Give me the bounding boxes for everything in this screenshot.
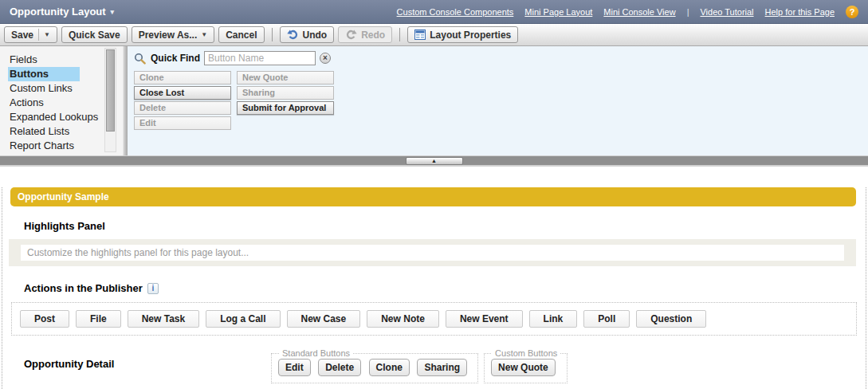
publisher-action-new-note[interactable]: New Note: [367, 310, 439, 328]
preview-as-label: Preview As...: [139, 29, 198, 41]
standard-buttons-legend: Standard Buttons: [279, 348, 353, 358]
palette-item-delete: Delete: [134, 101, 231, 115]
undo-label: Undo: [303, 29, 328, 41]
highlights-panel-placeholder[interactable]: Customize the highlights panel for this …: [21, 245, 844, 261]
publisher-action-link[interactable]: Link: [529, 310, 578, 328]
collapse-handle[interactable]: ▲: [406, 157, 463, 165]
sidebar-scrollbar[interactable]: [104, 48, 116, 152]
toolbar-divider: [272, 28, 273, 41]
section-header-opportunity-sample: Opportunity Sample: [10, 187, 856, 206]
category-sidebar: Fields Buttons Custom Links Actions Expa…: [0, 46, 123, 155]
link-video-tutorial[interactable]: Video Tutorial: [700, 7, 753, 17]
quick-find-label: Quick Find: [151, 53, 200, 64]
detail-button-delete[interactable]: Delete: [318, 359, 361, 376]
undo-button[interactable]: Undo: [280, 26, 335, 43]
save-button[interactable]: Save ▼: [4, 26, 57, 43]
page-title: Opportunity Layout: [10, 6, 106, 18]
layout-canvas: Opportunity Sample Highlights Panel Cust…: [2, 187, 866, 389]
palette-item-edit: Edit: [134, 116, 231, 130]
publisher-heading-row: Actions in the Publisher i: [24, 282, 866, 294]
detail-button-clone[interactable]: Clone: [369, 359, 410, 376]
publisher-action-question[interactable]: Question: [636, 310, 706, 328]
link-mini-console-view[interactable]: Mini Console View: [603, 7, 675, 17]
links-separator: |: [687, 7, 689, 17]
layout-properties-label: Layout Properties: [430, 29, 511, 41]
toolbar-divider: [399, 28, 400, 41]
link-mini-page-layout[interactable]: Mini Page Layout: [524, 7, 592, 17]
palette-grid: Clone New Quote Close Lost Sharing Delet…: [134, 71, 868, 130]
info-icon[interactable]: i: [147, 283, 159, 294]
collapse-up-icon: ▲: [431, 158, 437, 163]
save-label: Save: [11, 29, 33, 41]
detail-button-sharing[interactable]: Sharing: [417, 359, 467, 376]
help-icon[interactable]: ?: [846, 6, 858, 18]
quick-find-bar: Quick Find ×: [134, 51, 868, 65]
link-custom-console-components[interactable]: Custom Console Components: [397, 7, 514, 17]
highlights-panel-heading: Highlights Panel: [24, 220, 866, 232]
cancel-button[interactable]: Cancel: [218, 26, 264, 43]
publisher-action-new-event[interactable]: New Event: [446, 310, 523, 328]
publisher-action-post[interactable]: Post: [20, 310, 69, 328]
section-title: Opportunity Sample: [18, 191, 109, 202]
quick-save-button[interactable]: Quick Save: [61, 26, 128, 43]
palette-item-close-lost[interactable]: Close Lost: [134, 86, 231, 100]
publisher-action-new-task[interactable]: New Task: [128, 310, 199, 328]
cancel-label: Cancel: [226, 29, 257, 41]
publisher-action-file[interactable]: File: [76, 310, 121, 328]
layout-properties-icon: [414, 29, 426, 40]
toolbar: Save ▼ Quick Save Preview As... ▼ Cancel…: [0, 24, 868, 46]
custom-buttons-legend: Custom Buttons: [492, 348, 560, 358]
palette-item-submit-for-approval[interactable]: Submit for Approval: [237, 101, 334, 115]
palette-item-clone: Clone: [134, 71, 231, 84]
title-bar: Opportunity Layout ▾ Custom Console Comp…: [0, 0, 868, 24]
chevron-down-icon: ▾: [111, 8, 115, 16]
button-palette: Quick Find × Clone New Quote Close Lost …: [128, 46, 868, 155]
search-icon: [134, 53, 147, 65]
palette-item-new-quote: New Quote: [237, 71, 334, 84]
undo-icon: [287, 29, 299, 40]
custom-buttons-fieldset: Custom Buttons New Quote: [484, 348, 568, 383]
sidebar-scrollbar-thumb[interactable]: [106, 49, 115, 132]
palette-collapse-bar: ▲: [0, 156, 868, 167]
detail-button-new-quote[interactable]: New Quote: [491, 359, 556, 376]
publisher-action-poll[interactable]: Poll: [583, 310, 630, 328]
opportunity-detail-heading: Opportunity Detail: [24, 348, 271, 370]
publisher-action-new-case[interactable]: New Case: [287, 310, 361, 328]
publisher-actions-container: Post File New Task Log a Call New Case N…: [11, 302, 857, 336]
publisher-action-log-a-call[interactable]: Log a Call: [206, 310, 280, 328]
detail-button-edit[interactable]: Edit: [278, 359, 311, 376]
quick-save-label: Quick Save: [69, 29, 120, 41]
publisher-heading: Actions in the Publisher: [24, 282, 143, 294]
layout-selector[interactable]: Opportunity Layout ▾: [10, 6, 114, 18]
quick-find-input[interactable]: [204, 51, 316, 65]
standard-buttons-fieldset: Standard Buttons Edit Delete Clone Shari…: [271, 348, 478, 383]
preview-as-caret-down-icon: ▼: [201, 31, 207, 38]
header-links: Custom Console Components Mini Page Layo…: [397, 6, 858, 18]
save-split-divider: [38, 29, 39, 41]
redo-icon: [345, 29, 357, 40]
save-caret-down-icon[interactable]: ▼: [44, 31, 50, 38]
palette-item-sharing: Sharing: [237, 86, 334, 100]
highlights-panel-strip: Customize the highlights panel for this …: [9, 239, 856, 266]
preview-as-button[interactable]: Preview As... ▼: [132, 26, 215, 43]
opportunity-detail-row: Opportunity Detail Standard Buttons Edit…: [2, 348, 866, 383]
layout-properties-button[interactable]: Layout Properties: [407, 26, 518, 43]
clear-icon[interactable]: ×: [320, 53, 331, 64]
link-help-for-this-page[interactable]: Help for this Page: [765, 7, 835, 17]
redo-label: Redo: [361, 29, 385, 41]
redo-button: Redo: [338, 26, 392, 43]
palette-editor: Fields Buttons Custom Links Actions Expa…: [0, 46, 868, 156]
